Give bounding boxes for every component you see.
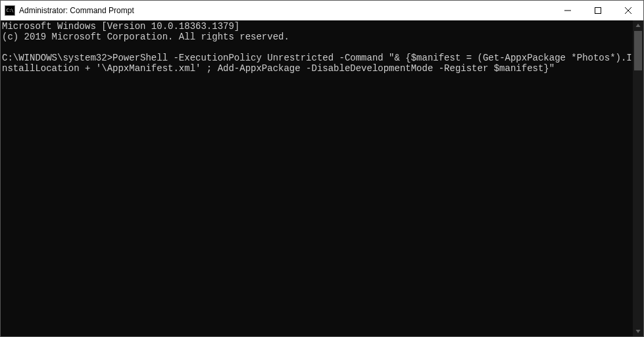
command-prompt-window: C:\ Administrator: Command Prompt Micros… bbox=[0, 0, 644, 337]
minimize-icon bbox=[564, 7, 571, 14]
titlebar[interactable]: C:\ Administrator: Command Prompt bbox=[1, 1, 643, 20]
version-line: Microsoft Windows [Version 10.0.18363.13… bbox=[2, 21, 239, 32]
scrollbar-down-button[interactable] bbox=[633, 326, 643, 336]
svg-rect-1 bbox=[595, 8, 601, 14]
close-button[interactable] bbox=[613, 1, 643, 20]
window-controls bbox=[553, 1, 643, 20]
prompt-path: C:\WINDOWS\system32> bbox=[2, 53, 112, 63]
scrollbar-up-button[interactable] bbox=[633, 20, 643, 31]
close-icon bbox=[625, 7, 632, 14]
window-title: Administrator: Command Prompt bbox=[19, 6, 553, 15]
maximize-icon bbox=[595, 7, 601, 14]
copyright-line: (c) 2019 Microsoft Corporation. All righ… bbox=[2, 32, 289, 42]
maximize-button[interactable] bbox=[583, 1, 613, 20]
svg-marker-5 bbox=[636, 330, 641, 333]
svg-marker-4 bbox=[636, 24, 641, 27]
terminal-output[interactable]: Microsoft Windows [Version 10.0.18363.13… bbox=[1, 20, 633, 336]
scrollbar-thumb[interactable] bbox=[634, 31, 642, 70]
app-icon-text: C:\ bbox=[6, 9, 13, 13]
terminal-area: Microsoft Windows [Version 10.0.18363.13… bbox=[1, 20, 643, 336]
vertical-scrollbar[interactable] bbox=[633, 20, 643, 336]
minimize-button[interactable] bbox=[553, 1, 583, 20]
chevron-down-icon bbox=[635, 328, 641, 334]
chevron-up-icon bbox=[635, 23, 641, 28]
app-icon: C:\ bbox=[5, 5, 15, 16]
